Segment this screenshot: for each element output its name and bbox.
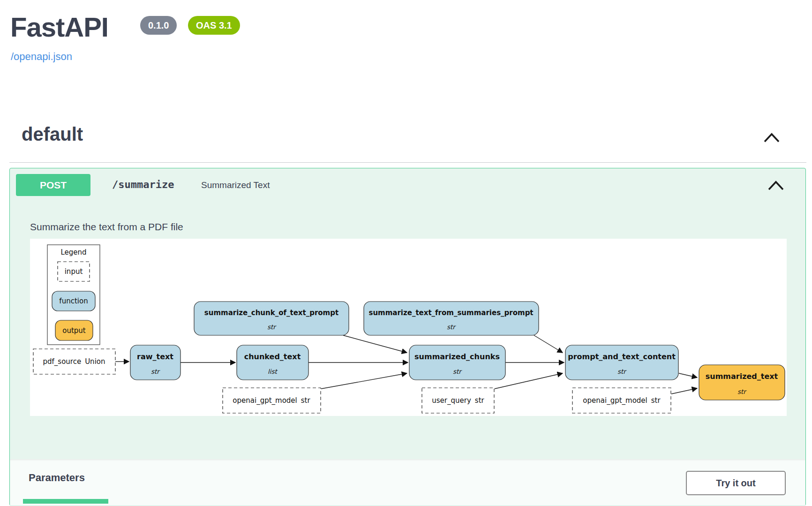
operation-path: /summarize [112, 179, 174, 190]
node-user-query: user_querystr [422, 388, 494, 413]
version-badge: 0.1.0 [140, 16, 177, 35]
node-summarize-chunk-of-text-prompt: summarize_chunk_of_text_prompt str [194, 302, 349, 335]
page-title: FastAPI [10, 11, 108, 43]
svg-text:summarized_text: summarized_text [706, 372, 778, 381]
node-openai-gpt-model-1: openai_gpt_modelstr [223, 388, 321, 413]
operation-summary-row[interactable]: POST /summarize Summarized Text [10, 168, 805, 204]
swagger-ui-page: FastAPI 0.1.0 OAS 3.1 /openapi.json defa… [0, 0, 812, 506]
svg-text:str: str [737, 388, 747, 395]
svg-text:str: str [447, 323, 456, 331]
svg-text:prompt_and_text_content: prompt_and_text_content [568, 352, 676, 361]
svg-text:raw_text: raw_text [137, 352, 173, 361]
parameters-title: Parameters [29, 472, 85, 484]
node-summarized-text: summarized_text str [699, 365, 785, 400]
svg-text:summarize_chunk_of_text_prompt: summarize_chunk_of_text_prompt [204, 309, 338, 317]
svg-text:str: str [617, 368, 627, 375]
operation-summary-text: Summarized Text [201, 180, 270, 190]
node-prompt-and-text-content: prompt_and_text_content str [565, 345, 678, 380]
node-openai-gpt-model-2: openai_gpt_modelstr [572, 388, 671, 413]
method-badge-post: POST [16, 174, 90, 196]
section-divider [9, 162, 806, 163]
operation-description: Summarize the text from a PDF file [30, 221, 183, 233]
legend-function-label: function [59, 297, 88, 305]
svg-text:str: str [151, 368, 160, 375]
svg-text:list: list [268, 368, 278, 375]
legend-input-label: input [65, 267, 83, 276]
svg-text:chunked_text: chunked_text [244, 352, 301, 361]
parameters-active-tab-underline [23, 499, 108, 504]
oas-badge: OAS 3.1 [188, 16, 240, 35]
operation-collapse-chevron-up-icon[interactable] [767, 180, 784, 191]
node-pdf-source: pdf_sourceUnion [33, 349, 115, 374]
flow-diagram: Legend input function output pdf_sourceU… [30, 239, 787, 416]
section-title-default: default [22, 124, 83, 145]
svg-text:str: str [267, 323, 277, 331]
node-summarize-text-from-summaries-prompt: summarize_text_from_summaries_prompt str [364, 302, 539, 335]
legend-output-label: output [62, 326, 86, 335]
diagram-legend: Legend input function output [47, 245, 100, 345]
svg-text:summarize_text_from_summaries_: summarize_text_from_summaries_prompt [368, 309, 533, 317]
node-chunked-text: chunked_text list [237, 345, 308, 380]
node-raw-text: raw_text str [130, 345, 180, 380]
svg-text:summarized_chunks: summarized_chunks [414, 352, 500, 361]
openapi-json-link[interactable]: /openapi.json [11, 51, 72, 63]
svg-text:user_querystr: user_querystr [432, 396, 484, 405]
try-it-out-button[interactable]: Try it out [686, 471, 786, 495]
svg-text:pdf_sourceUnion: pdf_sourceUnion [43, 357, 105, 366]
parameters-section-header: Parameters Try it out [10, 459, 805, 506]
opblock-post-summarize: POST /summarize Summarized Text Summariz… [9, 168, 806, 506]
legend-title: Legend [60, 248, 86, 257]
section-collapse-chevron-up-icon[interactable] [763, 132, 780, 143]
node-summarized-chunks: summarized_chunks str [409, 345, 505, 380]
svg-text:str: str [453, 368, 462, 375]
